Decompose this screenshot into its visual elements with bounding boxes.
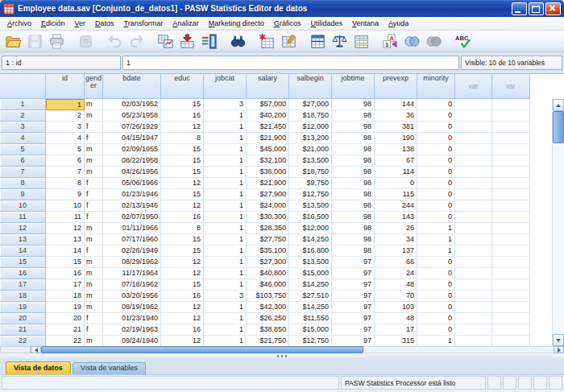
grid-cell-bdate-6[interactable]: 08/22/1958 xyxy=(103,155,161,167)
grid-cell-var1-5[interactable] xyxy=(455,144,492,155)
grid-cell-prevexp-18[interactable]: 70 xyxy=(375,291,417,302)
grid-cell-salary-21[interactable]: $38,850 xyxy=(247,324,289,336)
grid-cell-id-18[interactable]: 18 xyxy=(46,291,85,302)
grid-cell-var1-12[interactable] xyxy=(455,223,492,234)
grid-cell-id-15[interactable]: 15 xyxy=(46,257,85,268)
grid-cell-educ-18[interactable]: 16 xyxy=(161,291,204,302)
grid-cell-var1-21[interactable] xyxy=(455,324,492,336)
column-header-salary[interactable]: salary xyxy=(247,74,289,99)
grid-cell-bdate-16[interactable]: 11/17/1964 xyxy=(103,268,161,279)
grid-cell-var1-17[interactable] xyxy=(455,279,492,291)
grid-cell-minority-22[interactable]: 1 xyxy=(417,336,455,346)
grid-cell-prevexp-22[interactable]: 315 xyxy=(375,336,417,346)
grid-cell-var1-7[interactable] xyxy=(455,167,492,178)
grid-cell-minority-13[interactable]: 1 xyxy=(417,234,455,246)
grid-cell-prevexp-19[interactable]: 103 xyxy=(375,302,417,313)
grid-cell-jobtime-20[interactable]: 97 xyxy=(332,313,375,324)
grid-cell-educ-19[interactable]: 12 xyxy=(161,302,204,313)
grid-cell-id-12[interactable]: 12 xyxy=(46,223,85,234)
grid-cell-bdate-9[interactable]: 01/23/1946 xyxy=(103,189,161,200)
grid-cell-jobcat-10[interactable]: 1 xyxy=(204,200,247,212)
grid-cell-prevexp-6[interactable]: 67 xyxy=(375,155,417,167)
grid-cell-jobtime-7[interactable]: 98 xyxy=(332,167,375,178)
grid-cell-gender-20[interactable]: f xyxy=(85,313,103,324)
column-header-salbegin[interactable]: salbegin xyxy=(289,74,332,99)
row-header-15[interactable]: 15 xyxy=(0,257,46,268)
grid-cell-bdate-20[interactable]: 01/23/1940 xyxy=(103,313,161,324)
row-header-14[interactable]: 14 xyxy=(0,246,46,257)
grid-cell-prevexp-15[interactable]: 66 xyxy=(375,257,417,268)
grid-cell-educ-20[interactable]: 12 xyxy=(161,313,204,324)
grid-cell-prevexp-1[interactable]: 144 xyxy=(375,99,417,110)
grid-cell-id-17[interactable]: 17 xyxy=(46,279,85,291)
grid-cell-gender-16[interactable]: m xyxy=(85,268,103,279)
grid-cell-bdate-17[interactable]: 07/18/1962 xyxy=(103,279,161,291)
grid-cell-jobcat-19[interactable]: 1 xyxy=(204,302,247,313)
grid-cell-educ-17[interactable]: 15 xyxy=(161,279,204,291)
grid-cell-salary-9[interactable]: $27,900 xyxy=(247,189,289,200)
grid-cell-bdate-12[interactable]: 01/11/1966 xyxy=(103,223,161,234)
grid-cell-gender-10[interactable]: f xyxy=(85,200,103,212)
grid-cell-var1-14[interactable] xyxy=(455,246,492,257)
grid-cell-educ-10[interactable]: 12 xyxy=(161,200,204,212)
grid-cell-gender-4[interactable]: f xyxy=(85,133,103,144)
grid-cell-salbegin-6[interactable]: $13,500 xyxy=(289,155,332,167)
row-header-4[interactable]: 4 xyxy=(0,133,46,144)
grid-cell-jobcat-17[interactable]: 1 xyxy=(204,279,247,291)
grid-cell-var2-5[interactable] xyxy=(492,144,530,155)
grid-cell-var2-7[interactable] xyxy=(492,167,530,178)
value-labels-icon[interactable]: A1 xyxy=(381,32,400,51)
grid-cell-gender-13[interactable]: m xyxy=(85,234,103,246)
grid-cell-var2-9[interactable] xyxy=(492,189,530,200)
grid-cell-gender-5[interactable]: m xyxy=(85,144,103,155)
grid-cell-prevexp-10[interactable]: 244 xyxy=(375,200,417,212)
split-file-icon[interactable] xyxy=(309,32,327,51)
row-header-1[interactable]: 1 xyxy=(0,99,46,110)
row-header-19[interactable]: 19 xyxy=(0,302,46,313)
column-header-minority[interactable]: minority xyxy=(417,74,455,99)
grid-cell-id-7[interactable]: 7 xyxy=(46,167,85,178)
row-header-13[interactable]: 13 xyxy=(0,234,46,246)
menu-graficos[interactable]: Gráficos xyxy=(269,19,306,28)
grid-cell-salary-16[interactable]: $40,800 xyxy=(247,268,289,279)
find-icon[interactable] xyxy=(229,32,247,51)
grid-cell-gender-18[interactable]: m xyxy=(85,291,103,302)
tab-data-view[interactable]: Vista de datos xyxy=(6,361,71,374)
undo-icon[interactable] xyxy=(106,32,124,51)
grid-cell-salbegin-18[interactable]: $27,510 xyxy=(289,291,332,302)
grid-cell-jobtime-10[interactable]: 98 xyxy=(332,200,375,212)
grid-cell-salbegin-8[interactable]: $9,750 xyxy=(289,178,332,189)
insert-variable-icon[interactable] xyxy=(280,32,298,51)
grid-cell-jobtime-15[interactable]: 97 xyxy=(332,257,375,268)
grid-cell-salbegin-5[interactable]: $21,000 xyxy=(289,144,332,155)
grid-cell-id-3[interactable]: 3 xyxy=(46,122,85,133)
grid-cell-educ-9[interactable]: 15 xyxy=(161,189,204,200)
row-header-2[interactable]: 2 xyxy=(0,110,46,122)
grid-cell-gender-1[interactable]: m xyxy=(85,99,103,110)
grid-cell-salary-2[interactable]: $40,200 xyxy=(247,110,289,122)
menu-ayuda[interactable]: Ayuda xyxy=(384,19,413,28)
grid-cell-minority-5[interactable]: 0 xyxy=(417,144,455,155)
row-header-6[interactable]: 6 xyxy=(0,155,46,167)
grid-cell-var1-4[interactable] xyxy=(455,133,492,144)
grid-cell-minority-12[interactable]: 1 xyxy=(417,223,455,234)
grid-cell-educ-1[interactable]: 15 xyxy=(161,99,204,110)
column-header-educ[interactable]: educ xyxy=(161,74,204,99)
grid-cell-salbegin-9[interactable]: $12,750 xyxy=(289,189,332,200)
grid-cell-minority-20[interactable]: 0 xyxy=(417,313,455,324)
grid-cell-prevexp-8[interactable]: 0 xyxy=(375,178,417,189)
grid-cell-salary-15[interactable]: $27,300 xyxy=(247,257,289,268)
grid-cell-jobtime-3[interactable]: 98 xyxy=(332,122,375,133)
title-bar[interactable]: Employee data.sav [Conjunto_de_datos1] -… xyxy=(0,0,564,17)
grid-cell-bdate-11[interactable]: 02/07/1950 xyxy=(103,212,161,223)
row-header-10[interactable]: 10 xyxy=(0,200,46,212)
grid-cell-var1-6[interactable] xyxy=(455,155,492,167)
grid-cell-var1-13[interactable] xyxy=(455,234,492,246)
row-header-5[interactable]: 5 xyxy=(0,144,46,155)
grid-cell-salbegin-2[interactable]: $18,750 xyxy=(289,110,332,122)
grid-cell-bdate-3[interactable]: 07/26/1929 xyxy=(103,122,161,133)
grid-cell-gender-11[interactable]: f xyxy=(85,212,103,223)
recall-dialogs-icon[interactable] xyxy=(77,32,95,51)
grid-cell-minority-3[interactable]: 0 xyxy=(417,122,455,133)
grid-cell-salary-10[interactable]: $24,000 xyxy=(247,200,289,212)
